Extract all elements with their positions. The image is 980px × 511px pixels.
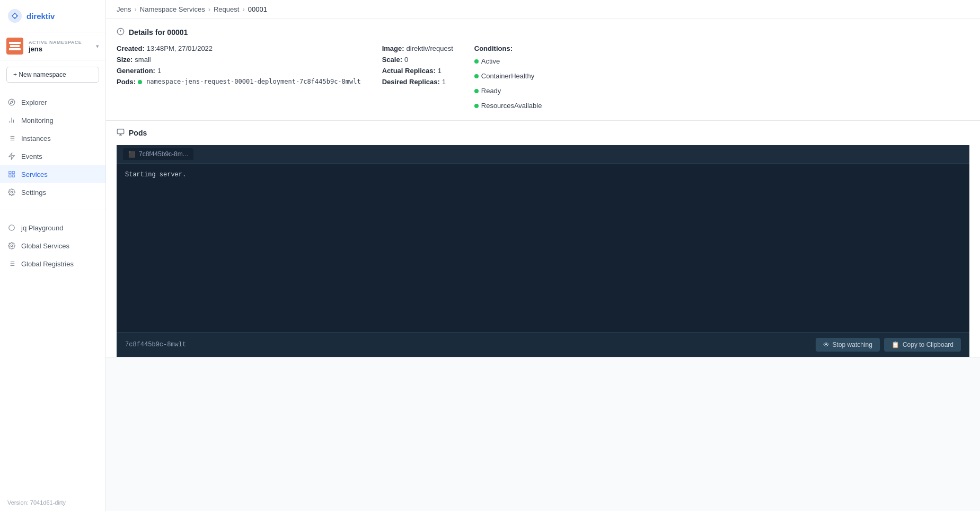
settings-icon xyxy=(7,188,16,196)
compass-icon xyxy=(7,98,16,106)
breadcrumb-sep-1: › xyxy=(134,5,136,13)
namespace-name: jens xyxy=(29,45,91,53)
desired-replicas-value: 1 xyxy=(442,78,446,86)
grid-icon xyxy=(7,170,16,178)
svg-rect-16 xyxy=(12,175,14,177)
image-label: Image: xyxy=(382,44,404,52)
sidebar-item-settings[interactable]: Settings xyxy=(0,183,105,201)
sidebar-item-label-services: Services xyxy=(21,171,48,178)
condition-active-label: Active xyxy=(481,56,500,67)
svg-point-1 xyxy=(13,14,16,17)
logo-text: direktiv xyxy=(27,12,55,21)
svg-marker-13 xyxy=(9,153,15,159)
sidebar-item-explorer[interactable]: Explorer xyxy=(0,93,105,111)
terminal-tab-icon: ⬛ xyxy=(128,151,136,158)
copy-label: Copy to Clipboard xyxy=(903,341,953,348)
sidebar-item-jq-playground[interactable]: jq Playground xyxy=(0,219,105,237)
stop-watching-button[interactable]: 👁 Stop watching xyxy=(816,338,880,352)
sidebar-divider xyxy=(0,210,105,210)
condition-active: Active xyxy=(474,56,542,67)
desired-replicas-row: Desired Replicas: 1 xyxy=(382,78,453,86)
details-col-2: Image: direktiv/request Scale: 0 Actual … xyxy=(382,44,453,112)
conditions-label: Conditions: xyxy=(474,44,513,52)
breadcrumb-namespace-services[interactable]: Namespace Services xyxy=(140,5,205,13)
sidebar-item-services[interactable]: Services xyxy=(0,165,105,183)
svg-rect-15 xyxy=(12,172,14,174)
content-area: Details for 00001 Created: 13:48PM, 27/0… xyxy=(106,19,980,511)
svg-point-20 xyxy=(11,245,13,247)
sidebar-item-label-explorer: Explorer xyxy=(21,98,47,106)
breadcrumb-jens[interactable]: Jens xyxy=(117,5,131,13)
copy-icon: 📋 xyxy=(891,341,899,348)
terminal-tab[interactable]: ⬛ 7c8f445b9c-8m... xyxy=(123,148,193,160)
terminal-tab-label: 7c8f445b9c-8m... xyxy=(139,150,188,158)
scale-row: Scale: 0 xyxy=(382,56,453,64)
namespace-icon xyxy=(6,38,23,55)
created-value: 13:48PM, 27/01/2022 xyxy=(147,44,213,52)
new-namespace-button[interactable]: + New namespace xyxy=(6,67,99,83)
sidebar-item-label-global-registries: Global Registries xyxy=(21,260,74,268)
condition-healthy-label: ContainerHealthy xyxy=(481,70,534,82)
details-col-1: Created: 13:48PM, 27/01/2022 Size: small… xyxy=(117,44,361,112)
actual-replicas-label: Actual Replicas: xyxy=(382,67,436,75)
breadcrumb: Jens › Namespace Services › Request › 00… xyxy=(106,0,980,19)
condition-container-healthy: ContainerHealthy xyxy=(474,70,542,82)
details-icon xyxy=(117,28,125,37)
circle-icon xyxy=(7,223,16,232)
sidebar-item-instances[interactable]: Instances xyxy=(0,129,105,147)
created-label: Created: xyxy=(117,44,145,52)
details-section: Details for 00001 Created: 13:48PM, 27/0… xyxy=(106,19,980,121)
namespace-selector[interactable]: ACTIVE NAMESPACE jens ▾ xyxy=(0,32,105,60)
zap-icon xyxy=(7,152,16,160)
global-registries-icon xyxy=(7,259,16,268)
terminal-content: Starting server. xyxy=(117,164,969,332)
condition-healthy-bullet xyxy=(474,74,479,78)
sidebar-item-label-instances: Instances xyxy=(21,135,51,142)
sidebar-item-label-jq-playground: jq Playground xyxy=(21,224,64,232)
svg-rect-14 xyxy=(9,172,11,174)
details-title: Details for 00001 xyxy=(129,28,188,37)
bar-chart-icon xyxy=(7,116,16,124)
svg-point-19 xyxy=(9,225,15,231)
terminal-container: ⬛ 7c8f445b9c-8m... Starting server. 7c8f… xyxy=(117,145,969,357)
sidebar-item-events[interactable]: Events xyxy=(0,147,105,165)
terminal-actions: 👁 Stop watching 📋 Copy to Clipboard xyxy=(816,338,961,352)
namespace-label: ACTIVE NAMESPACE xyxy=(29,40,91,45)
pod-status-bullet xyxy=(138,80,142,84)
direktiv-logo-icon xyxy=(7,8,22,23)
condition-ready-bullet xyxy=(474,89,479,93)
stop-watching-label: Stop watching xyxy=(833,341,872,348)
pod-name: namespace-jens-request-00001-deployment-… xyxy=(146,78,361,85)
copy-to-clipboard-button[interactable]: 📋 Copy to Clipboard xyxy=(884,338,961,352)
breadcrumb-request[interactable]: Request xyxy=(214,5,239,13)
sidebar-item-global-registries[interactable]: Global Registries xyxy=(0,255,105,273)
sidebar-footer: Version: 7041d61-dirty xyxy=(0,494,105,511)
pods-section: Pods ⬛ 7c8f445b9c-8m... Starting server.… xyxy=(106,121,980,357)
pods-icon xyxy=(117,128,125,138)
sidebar-item-monitoring[interactable]: Monitoring xyxy=(0,111,105,129)
pods-row: Pods: namespace-jens-request-00001-deplo… xyxy=(117,78,361,86)
scale-value: 0 xyxy=(404,56,408,64)
sidebar-item-label-settings: Settings xyxy=(21,189,46,196)
condition-ready: Ready xyxy=(474,85,542,97)
sidebar-nav: Explorer Monitoring Instances Events Ser… xyxy=(0,89,105,205)
svg-point-2 xyxy=(8,99,15,105)
scale-label: Scale: xyxy=(382,56,402,64)
details-grid: Created: 13:48PM, 27/01/2022 Size: small… xyxy=(117,44,969,112)
sidebar-item-label-events: Events xyxy=(21,153,42,160)
main-area: Jens › Namespace Services › Request › 00… xyxy=(106,0,980,511)
sidebar: direktiv ACTIVE NAMESPACE jens ▾ + New n… xyxy=(0,0,106,511)
sidebar-item-label-global-services: Global Services xyxy=(21,242,69,250)
sidebar-item-global-services[interactable]: Global Services xyxy=(0,237,105,255)
svg-rect-17 xyxy=(9,175,11,177)
desired-replicas-label: Desired Replicas: xyxy=(382,78,440,86)
breadcrumb-sep-3: › xyxy=(242,5,244,13)
generation-value: 1 xyxy=(157,67,161,75)
sidebar-item-label-monitoring: Monitoring xyxy=(21,116,54,124)
size-value: small xyxy=(135,56,151,64)
condition-active-bullet xyxy=(474,59,479,64)
pods-title: Pods xyxy=(129,129,147,137)
svg-rect-30 xyxy=(117,129,124,134)
terminal-pod-id: 7c8f445b9c-8mwlt xyxy=(125,341,186,348)
breadcrumb-sep-2: › xyxy=(208,5,210,13)
